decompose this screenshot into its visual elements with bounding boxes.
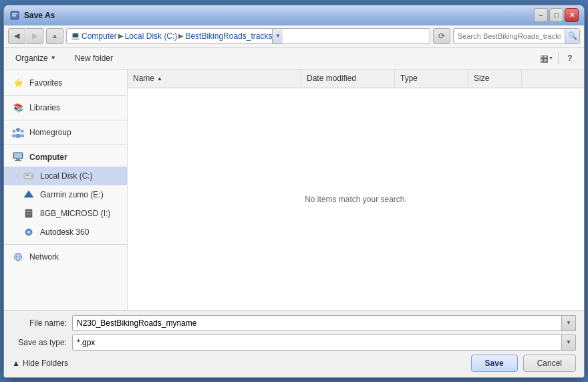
svg-marker-16 (24, 191, 33, 197)
homegroup-icon (12, 127, 24, 138)
bottom-bar: File name: ▼ Save as type: ▼ ▲ Hide Fold… (4, 310, 584, 377)
filetype-dropdown-button[interactable]: ▼ (561, 335, 576, 351)
filename-row: File name: ▼ (12, 315, 576, 331)
svg-rect-20 (26, 214, 31, 215)
file-list-header: Name ▲ Date modified Type Size (128, 70, 584, 88)
filename-input[interactable] (72, 315, 576, 331)
svg-rect-19 (26, 213, 31, 213)
help-button[interactable]: ? (561, 50, 579, 66)
file-list-body: No items match your search. (128, 88, 584, 310)
hide-folders-icon: ▲ (12, 359, 20, 368)
toolbar-left: Organize ▼ New folder (9, 50, 120, 66)
sidebar-item-favorites[interactable]: ⭐ Favorites (4, 74, 127, 92)
left-panel: ⭐ Favorites 📚 Libraries (4, 70, 128, 310)
breadcrumb-sep-1: ▶ (118, 32, 124, 39)
computer-icon (12, 152, 24, 163)
svg-point-15 (31, 175, 33, 177)
cancel-button[interactable]: Cancel (523, 355, 576, 372)
empty-message: No items match your search. (305, 195, 407, 204)
svg-rect-11 (16, 159, 20, 161)
network-icon (12, 252, 24, 262)
column-header-name[interactable]: Name ▲ (128, 70, 301, 88)
organize-button[interactable]: Organize ▼ (9, 50, 62, 66)
svg-rect-12 (15, 160, 21, 161)
sidebar-item-garmin[interactable]: Garmin zumo (E:) (4, 185, 127, 204)
svg-rect-10 (14, 153, 22, 158)
sidebar-item-local-disk[interactable]: Local Disk (C:) (4, 167, 127, 185)
sidebar-item-microsd[interactable]: 8GB_MICROSD (I:) (4, 204, 127, 223)
breadcrumb-sep-2: ▶ (178, 32, 184, 39)
view-icon: ▦ (540, 53, 549, 64)
local-disk-icon (23, 171, 35, 181)
new-folder-button[interactable]: New folder (67, 50, 120, 66)
address-bar-row: ◀ ▶ ▲ 💻 Computer ▶ Local Disk (C:) ▶ Bes… (4, 25, 584, 47)
svg-point-3 (16, 128, 20, 132)
svg-rect-18 (26, 211, 31, 212)
breadcrumb-local-disk[interactable]: Local Disk (C:) (125, 31, 178, 41)
filetype-input[interactable] (72, 335, 576, 351)
sidebar-item-computer[interactable]: Computer (4, 148, 127, 167)
column-header-size[interactable]: Size (468, 70, 522, 88)
libraries-icon: 📚 (12, 102, 24, 113)
close-button[interactable]: ✕ (565, 8, 579, 22)
right-panel: Name ▲ Date modified Type Size No items … (128, 70, 584, 310)
minimize-button[interactable]: – (534, 8, 548, 22)
refresh-button[interactable]: ⟳ (433, 28, 450, 44)
breadcrumb-dropdown-button[interactable]: ▼ (272, 28, 283, 44)
sidebar-item-homegroup[interactable]: Homegroup (4, 123, 127, 142)
window-title: Save As (24, 11, 534, 20)
save-button[interactable]: Save (471, 355, 518, 372)
filetype-input-wrap: ▼ (72, 335, 576, 351)
window-icon (9, 10, 20, 21)
main-content: ⭐ Favorites 📚 Libraries (4, 70, 584, 310)
action-button-row: ▲ Hide Folders Save Cancel (12, 355, 576, 372)
sidebar-item-libraries[interactable]: 📚 Libraries (4, 98, 127, 117)
back-button[interactable]: ◀ (8, 28, 25, 44)
svg-point-22 (27, 230, 31, 233)
hide-folders-button[interactable]: ▲ Hide Folders (12, 359, 68, 368)
maximize-button[interactable]: □ (549, 8, 563, 22)
view-dropdown-icon: ▼ (549, 56, 553, 60)
divider-2 (4, 120, 127, 120)
forward-button[interactable]: ▶ (26, 28, 43, 44)
autodesk-icon (23, 227, 35, 237)
filetype-label: Save as type: (12, 338, 72, 347)
svg-rect-1 (12, 13, 17, 15)
sidebar-item-autodesk[interactable]: Autodesk 360 (4, 223, 127, 242)
toolbar-row: Organize ▼ New folder ▦ ▼ ? (4, 47, 584, 70)
svg-point-5 (21, 129, 24, 132)
divider-1 (4, 95, 127, 96)
save-as-dialog: Save As – □ ✕ ◀ ▶ ▲ 💻 Computer ▶ Local D… (3, 5, 585, 378)
svg-rect-14 (25, 175, 29, 176)
search-button[interactable]: 🔍 (565, 29, 579, 43)
organize-dropdown-icon: ▼ (51, 55, 56, 61)
window-controls: – □ ✕ (534, 8, 579, 22)
breadcrumb-bar[interactable]: 💻 Computer ▶ Local Disk (C:) ▶ BestBikin… (66, 28, 430, 44)
svg-point-4 (13, 129, 16, 132)
svg-rect-17 (25, 209, 32, 217)
view-button[interactable]: ▦ ▼ (538, 50, 555, 66)
filename-input-wrap: ▼ (72, 315, 576, 331)
toolbar-right: ▦ ▼ ? (538, 50, 579, 66)
breadcrumb-folder[interactable]: BestBikingRoads_tracks (185, 31, 272, 41)
sidebar-item-network[interactable]: Network (4, 248, 127, 266)
search-box: 🔍 (453, 28, 580, 44)
filetype-row: Save as type: ▼ (12, 335, 576, 351)
svg-rect-2 (12, 15, 16, 17)
microsd-icon (23, 208, 35, 219)
column-header-date[interactable]: Date modified (301, 70, 395, 88)
filename-label: File name: (12, 318, 72, 328)
favorites-icon: ⭐ (12, 78, 24, 88)
divider-4 (4, 244, 127, 245)
breadcrumb-computer[interactable]: 💻 Computer (71, 31, 117, 41)
up-button[interactable]: ▲ (46, 28, 63, 44)
divider-3 (4, 145, 127, 145)
nav-button-group: ◀ ▶ (8, 28, 43, 44)
title-bar: Save As – □ ✕ (4, 5, 584, 25)
filename-dropdown-button[interactable]: ▼ (561, 315, 576, 331)
column-header-type[interactable]: Type (395, 70, 468, 88)
search-input[interactable] (454, 32, 565, 40)
garmin-icon (23, 189, 35, 200)
sort-arrow-name: ▲ (157, 76, 162, 82)
